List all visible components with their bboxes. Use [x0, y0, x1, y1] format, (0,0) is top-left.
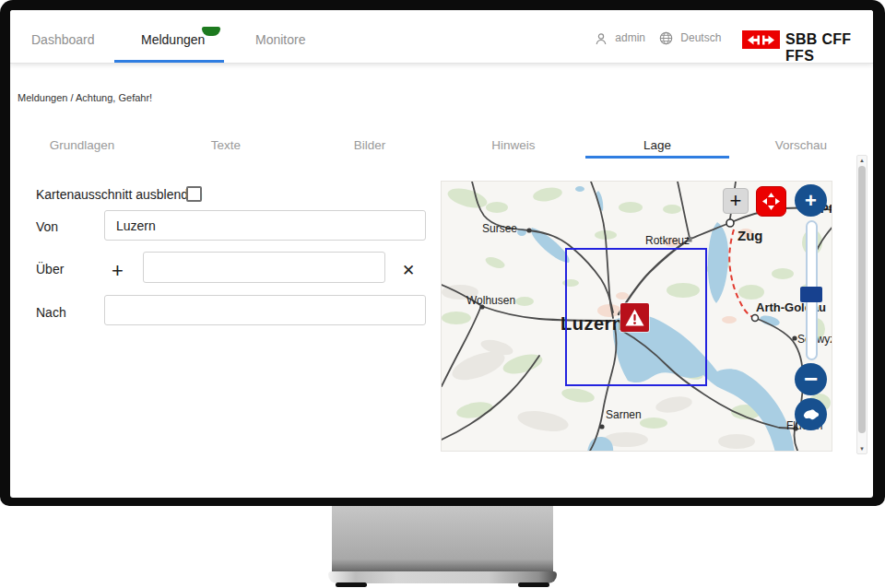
- warning-triangle-icon: [624, 308, 645, 327]
- map-label-sursee: Sursee: [482, 222, 517, 235]
- nav-meldungen[interactable]: Meldungen: [141, 32, 205, 47]
- pan-arrows-icon: [761, 192, 781, 211]
- user-menu[interactable]: admin: [595, 31, 645, 45]
- monitor-stand: [332, 506, 553, 572]
- tab-lage[interactable]: Lage: [585, 124, 729, 159]
- hide-map-label: Kartenausschnitt ausblenden: [36, 187, 203, 202]
- add-via-button[interactable]: +: [112, 261, 124, 281]
- map-zoom-in-button[interactable]: +: [795, 184, 827, 217]
- sbb-logo: [742, 30, 780, 49]
- content-scrollbar[interactable]: ▲ ▼: [856, 155, 867, 454]
- map-label-rotkreuz: Rotkreuz: [645, 234, 690, 247]
- user-icon: [595, 32, 608, 45]
- ueber-input[interactable]: [143, 252, 385, 283]
- clear-via-button[interactable]: ✕: [402, 263, 415, 278]
- app-header: Dashboard Meldungen Monitore admin: [10, 10, 873, 64]
- map-small-zoom-in-button[interactable]: +: [723, 188, 749, 214]
- monitor-foot-right: [518, 582, 549, 587]
- tab-texte[interactable]: Texte: [154, 124, 298, 159]
- scrollbar-up-icon[interactable]: ▲: [857, 158, 867, 163]
- app-screen: Dashboard Meldungen Monitore admin: [10, 10, 873, 498]
- tab-bar: Grundlagen Texte Bilder Hinweis Lage Vor…: [10, 124, 873, 159]
- user-name: admin: [615, 31, 645, 44]
- language-menu[interactable]: Deutsch: [659, 31, 721, 45]
- globe-icon: [659, 31, 673, 45]
- monitor-foot-left: [336, 582, 367, 587]
- sbb-logo-icon: [748, 35, 774, 45]
- stage: Dashboard Meldungen Monitore admin: [0, 0, 885, 588]
- map-label-wolhusen: Wolhusen: [466, 294, 515, 307]
- ueber-label: Über: [36, 262, 64, 276]
- map-label-zug: Zug: [738, 228, 763, 243]
- nav-monitore[interactable]: Monitore: [255, 32, 305, 47]
- switzerland-icon: [801, 408, 820, 421]
- tab-bilder[interactable]: Bilder: [298, 124, 442, 159]
- tab-hinweis[interactable]: Hinweis: [442, 124, 585, 159]
- language-label: Deutsch: [680, 31, 721, 44]
- map-zoom-out-button[interactable]: −: [795, 363, 827, 395]
- scrollbar-down-icon[interactable]: ▼: [857, 446, 867, 452]
- tab-vorschau[interactable]: Vorschau: [729, 124, 873, 159]
- meldungen-status-badge: [202, 27, 220, 36]
- von-label: Von: [36, 219, 58, 234]
- brand-wordmark: SBB CFF FFS: [785, 31, 873, 65]
- von-input[interactable]: [104, 210, 426, 241]
- map-pan-button[interactable]: [756, 186, 786, 217]
- hide-map-checkbox[interactable]: [186, 186, 202, 202]
- active-nav-underline: [114, 60, 224, 63]
- scrollbar-thumb[interactable]: [858, 166, 866, 433]
- warning-marker[interactable]: [620, 303, 649, 332]
- tab-grundlagen[interactable]: Grundlagen: [10, 124, 154, 159]
- nach-input[interactable]: [104, 295, 426, 325]
- nav-dashboard[interactable]: Dashboard: [31, 32, 95, 47]
- zoom-slider-handle[interactable]: [800, 287, 822, 302]
- map-overview-button[interactable]: [795, 398, 827, 430]
- nach-label: Nach: [36, 305, 66, 320]
- breadcrumb: Meldungen / Achtung, Gefahr!: [18, 92, 152, 103]
- map-canvas[interactable]: Sursee Rotkreuz Zug Wolhusen Luzern Arth…: [441, 181, 832, 452]
- map-label-sarnen: Sarnen: [606, 408, 642, 421]
